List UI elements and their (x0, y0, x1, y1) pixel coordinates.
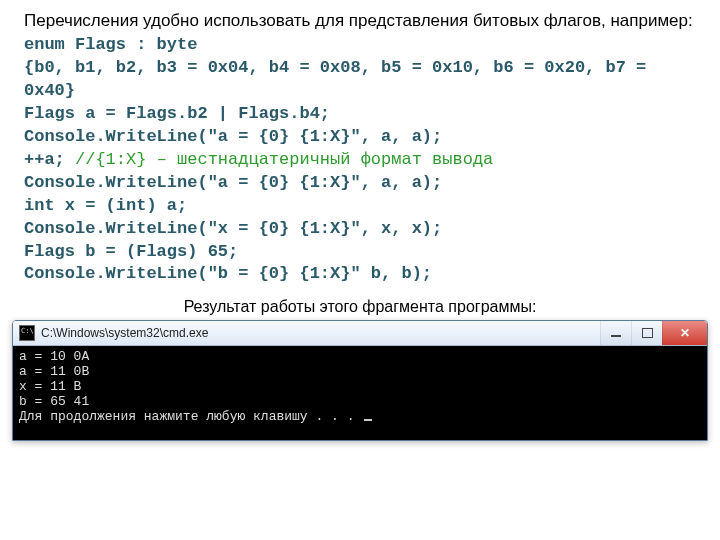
output-line: b = 65 41 (19, 394, 89, 409)
close-icon: ✕ (680, 326, 690, 340)
output-line: x = 11 B (19, 379, 81, 394)
code-line: enum Flags : byte (24, 35, 197, 54)
close-button[interactable]: ✕ (662, 321, 707, 345)
console-titlebar: C:\Windows\system32\cmd.exe ✕ (13, 321, 707, 346)
result-caption: Результат работы этого фрагмента програм… (24, 298, 696, 316)
minimize-button[interactable] (600, 321, 631, 345)
code-block: enum Flags : byte {b0, b1, b2, b3 = 0x04… (24, 34, 696, 286)
window-buttons: ✕ (600, 321, 707, 345)
console-output: a = 10 0A a = 11 0B x = 11 B b = 65 41 Д… (13, 346, 707, 440)
code-line: ++a; (24, 150, 75, 169)
output-line: a = 11 0B (19, 364, 89, 379)
code-line: int x = (int) a; (24, 196, 187, 215)
cmd-icon (19, 325, 35, 341)
console-title: C:\Windows\system32\cmd.exe (41, 326, 600, 340)
code-comment-text: – шестнадцатеричный формат вывода (146, 150, 493, 169)
code-line: Console.WriteLine("b = {0} {1:X}" b, b); (24, 264, 432, 283)
output-line: a = 10 0A (19, 349, 89, 364)
intro-text: Перечисления удобно использовать для пре… (24, 10, 696, 32)
code-line: Console.WriteLine("a = {0} {1:X}", a, a)… (24, 173, 442, 192)
code-comment: //{1:X} (75, 150, 146, 169)
code-line: Console.WriteLine("a = {0} {1:X}", a, a)… (24, 127, 442, 146)
maximize-button[interactable] (631, 321, 662, 345)
console-window: C:\Windows\system32\cmd.exe ✕ a = 10 0A … (12, 320, 708, 441)
code-line: Flags a = Flags.b2 | Flags.b4; (24, 104, 330, 123)
cursor (364, 419, 372, 421)
code-line: Flags b = (Flags) 65; (24, 242, 238, 261)
code-line: Console.WriteLine("x = {0} {1:X}", x, x)… (24, 219, 442, 238)
output-prompt: Для продолжения нажмите любую клавишу . … (19, 409, 362, 424)
code-line: {b0, b1, b2, b3 = 0x04, b4 = 0x08, b5 = … (24, 58, 657, 100)
